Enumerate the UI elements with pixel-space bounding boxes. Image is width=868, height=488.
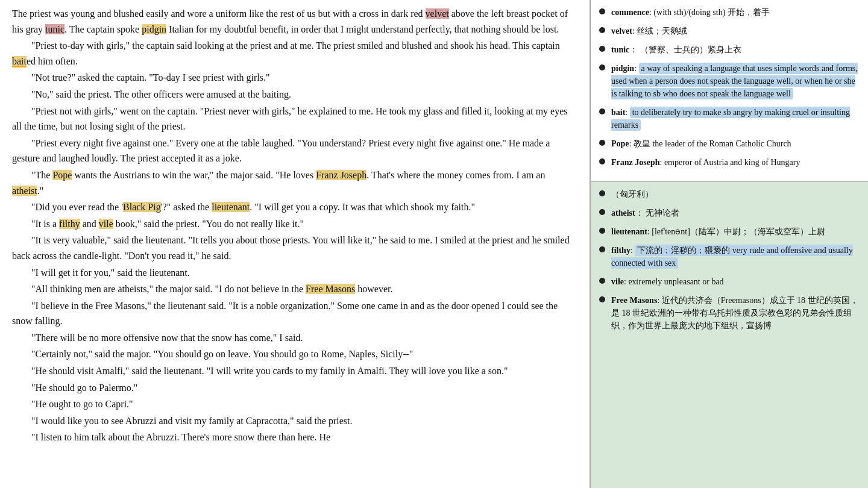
vocab-key: bait <box>611 108 625 117</box>
vocab-definition: commence: (with sth)/(doing sth) 开始，着手 <box>611 6 860 19</box>
text-paragraph: "It is a filthy and vile book," said the… <box>12 216 577 232</box>
text-paragraph: "I believe in the Free Masons," the lieu… <box>12 298 577 329</box>
vocab-definition: bait: to deliberately try to make sb ang… <box>611 106 860 131</box>
text-paragraph: "He should visit Amalfi," said the lieut… <box>12 363 577 379</box>
text-paragraph: "Priest not with girls," went on the cap… <box>12 104 577 134</box>
vocabulary-panel: commence: (with sth)/(doing sth) 开始，着手ve… <box>591 0 868 488</box>
text-paragraph: "No," said the priest. The other officer… <box>12 87 577 102</box>
vocab-key: velvet <box>611 27 632 36</box>
highlighted-word: tunic <box>45 24 64 34</box>
vocab-key: pidgin <box>611 64 634 73</box>
vocab-key: vile <box>611 277 624 286</box>
highlighted-word: filthy <box>59 219 80 229</box>
vocab-definition: atheist： 无神论者 <box>611 207 860 219</box>
text-paragraph: "I listen to him talk about the Abruzzi.… <box>12 430 577 445</box>
highlighted-word: velvet <box>426 8 449 19</box>
bullet-icon <box>599 296 605 302</box>
vocab-item: Franz Joseph: emperor of Austria and kin… <box>599 156 860 169</box>
text-paragraph: The priest was young and blushed easily … <box>12 6 577 37</box>
bullet-icon <box>599 27 605 33</box>
highlighted-word: Pope <box>52 170 72 180</box>
bullet-icon <box>599 46 605 52</box>
vocab-definition: Franz Joseph: emperor of Austria and kin… <box>611 156 860 169</box>
vocab-key: filthy <box>611 246 631 255</box>
vocab-item: lieutenant: [lef'tenənt]（陆军）中尉；（海军或空军）上尉 <box>599 225 860 238</box>
text-paragraph: "All thinking men are atheists," the maj… <box>12 281 577 297</box>
highlighted-word: Franz Joseph <box>316 170 366 180</box>
vocab-definition: filthy: 下流的；淫秽的；猥亵的 very rude and offens… <box>611 244 860 269</box>
vocab-bottom-list: （匈牙利）atheist： 无神论者lieutenant: [lef'tenən… <box>599 188 860 332</box>
vocab-definition: pidgin: a way of speaking a language tha… <box>611 62 860 100</box>
vocab-item: filthy: 下流的；淫秽的；猥亵的 very rude and offens… <box>599 244 860 269</box>
highlighted-word: pidgin <box>142 24 166 34</box>
text-paragraph: "Did you ever read the 'Black Pig'?" ask… <box>12 199 577 215</box>
vocab-definition: tunic： （警察、士兵的）紧身上衣 <box>611 43 860 56</box>
vocab-item: pidgin: a way of speaking a language tha… <box>599 62 860 100</box>
text-paragraph: "There will be no more offensive now tha… <box>12 330 577 346</box>
vocab-bottom-section: （匈牙利）atheist： 无神论者lieutenant: [lef'tenən… <box>591 182 868 488</box>
vocab-item: commence: (with sth)/(doing sth) 开始，着手 <box>599 6 860 19</box>
bullet-icon <box>599 209 605 215</box>
text-paragraph: "Priest every night five against one." E… <box>12 136 577 166</box>
highlighted-word: Black Pig <box>123 202 161 212</box>
bullet-icon <box>599 228 605 234</box>
reading-text-panel: The priest was young and blushed easily … <box>0 0 591 488</box>
vocab-key: lieutenant <box>611 227 647 236</box>
vocab-definition: Free Masons: 近代的共济会（Freemasons）成立于 18 世纪… <box>611 294 860 332</box>
vocab-def-highlighted: to deliberately try to make sb angry by … <box>611 107 850 131</box>
bullet-icon <box>599 278 605 284</box>
vocab-key: Franz Joseph <box>611 158 660 167</box>
bullet-icon <box>599 108 605 114</box>
bullet-icon <box>599 140 605 146</box>
vocab-item: tunic： （警察、士兵的）紧身上衣 <box>599 43 860 56</box>
highlighted-word: atheist <box>12 186 37 196</box>
bullet-icon <box>599 158 605 164</box>
bullet-icon <box>599 64 605 70</box>
vocab-key: atheist <box>611 208 635 217</box>
bullet-icon <box>599 246 605 252</box>
vocab-key: tunic <box>611 45 629 54</box>
vocab-key: Pope <box>611 139 629 148</box>
highlighted-word: vile <box>99 219 113 229</box>
text-paragraph: "He ought to go to Capri." <box>12 396 577 412</box>
text-paragraph: "I would like you to see Abruzzi and vis… <box>12 413 577 429</box>
vocab-top-section: commence: (with sth)/(doing sth) 开始，着手ve… <box>591 0 868 182</box>
vocab-definition: velvet: 丝绒；天鹅绒 <box>611 25 860 37</box>
text-paragraph: "Priest to-day with girls," the captain … <box>12 38 577 69</box>
text-paragraph: "I will get it for you," said the lieute… <box>12 265 577 281</box>
vocab-key: commence <box>611 8 649 17</box>
vocab-definition: （匈牙利） <box>611 188 860 201</box>
text-paragraph: "He should go to Palermo." <box>12 380 577 396</box>
highlighted-word: lieutenant <box>212 202 250 212</box>
vocab-def-highlighted: 下流的；淫秽的；猥亵的 very rude and offensive and … <box>611 245 853 269</box>
vocab-item: （匈牙利） <box>599 188 860 201</box>
vocab-definition: Pope: 教皇 the leader of the Roman Catholi… <box>611 137 860 150</box>
vocab-item: Free Masons: 近代的共济会（Freemasons）成立于 18 世纪… <box>599 294 860 332</box>
highlighted-word: bait <box>12 56 27 67</box>
vocab-top-list: commence: (with sth)/(doing sth) 开始，着手ve… <box>599 6 860 169</box>
vocab-item: bait: to deliberately try to make sb ang… <box>599 106 860 131</box>
vocab-item: Pope: 教皇 the leader of the Roman Catholi… <box>599 137 860 150</box>
vocab-definition: lieutenant: [lef'tenənt]（陆军）中尉；（海军或空军）上尉 <box>611 225 860 238</box>
bullet-icon <box>599 190 605 196</box>
text-paragraph: "Certainly not," said the major. "You sh… <box>12 346 577 362</box>
highlighted-word: Free Masons <box>306 284 355 294</box>
vocab-definition: vile: extremely unpleasant or bad <box>611 275 860 288</box>
vocab-item: atheist： 无神论者 <box>599 207 860 219</box>
vocab-def-highlighted: a way of speaking a language that uses s… <box>611 63 858 99</box>
text-paragraph: "Not true?" asked the captain. "To-day I… <box>12 70 577 86</box>
bullet-icon <box>599 8 605 14</box>
text-paragraph: "It is very valuable," said the lieutena… <box>12 233 577 263</box>
vocab-item: vile: extremely unpleasant or bad <box>599 275 860 288</box>
vocab-item: velvet: 丝绒；天鹅绒 <box>599 25 860 37</box>
vocab-key: Free Masons <box>611 296 657 305</box>
text-paragraph: "The Pope wants the Austrians to win the… <box>12 167 577 198</box>
